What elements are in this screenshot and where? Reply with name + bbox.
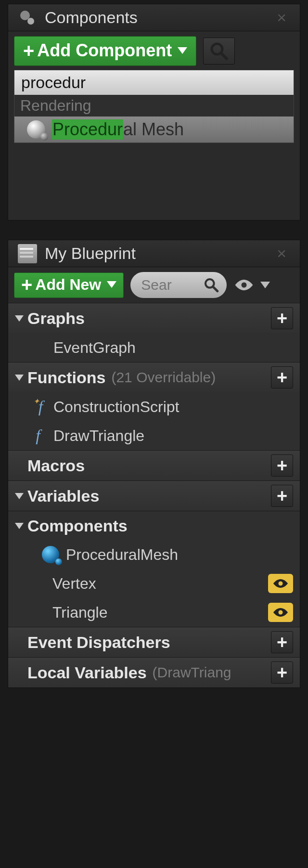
section-title: Local Variables xyxy=(27,663,147,682)
section-header-dispatchers[interactable]: Event Dispatchers + xyxy=(8,627,300,657)
section-title: Components xyxy=(27,517,128,535)
section-variables: Variables + xyxy=(8,480,300,511)
component-item-proceduralmesh[interactable]: ProceduralMesh xyxy=(8,540,300,569)
blueprint-search-input[interactable] xyxy=(141,277,199,293)
section-graphs: Graphs + EventGraph xyxy=(8,303,300,362)
expander-icon xyxy=(15,375,24,381)
item-label: ConstructionScript xyxy=(53,398,179,416)
svg-point-6 xyxy=(242,283,247,288)
section-header-variables[interactable]: Variables + xyxy=(8,481,300,511)
section-subtitle: (DrawTriang xyxy=(153,664,271,681)
blueprint-tab[interactable]: My Blueprint × xyxy=(8,240,300,267)
section-title: Graphs xyxy=(27,309,85,328)
variable-item-triangle[interactable]: Triangle xyxy=(8,598,300,627)
add-component-button[interactable]: + Add Component xyxy=(14,36,196,66)
mesh-icon xyxy=(27,120,45,139)
blueprint-search[interactable] xyxy=(130,272,227,298)
add-dispatcher-button[interactable]: + xyxy=(271,631,293,653)
section-header-macros[interactable]: Macros + xyxy=(8,451,300,480)
section-header-components[interactable]: Components xyxy=(8,511,300,540)
add-localvar-button[interactable]: + xyxy=(271,661,293,684)
svg-line-3 xyxy=(221,53,227,59)
section-macros: Macros + xyxy=(8,450,300,480)
close-icon[interactable]: × xyxy=(273,8,290,27)
plus-icon: + xyxy=(21,279,32,290)
svg-point-7 xyxy=(279,582,283,586)
section-title: Event Dispatchers xyxy=(27,633,170,652)
add-function-button[interactable]: + xyxy=(271,366,293,389)
item-label: EventGraph xyxy=(53,339,136,357)
section-title: Macros xyxy=(27,456,85,475)
components-tab[interactable]: Components × xyxy=(8,4,300,31)
components-icon xyxy=(18,8,37,27)
section-local-variables: Local Variables (DrawTriang + xyxy=(8,657,300,687)
add-component-label: Add Component xyxy=(37,40,172,61)
add-graph-button[interactable]: + xyxy=(271,307,293,329)
chevron-down-icon xyxy=(178,47,187,54)
search-icon xyxy=(204,277,219,293)
add-macro-button[interactable]: + xyxy=(271,454,293,477)
section-header-localvars[interactable]: Local Variables (DrawTriang + xyxy=(8,658,300,687)
search-result-label: Procedural Mesh xyxy=(52,119,184,140)
components-panel: Components × + Add Component Rendering P… xyxy=(8,4,300,220)
search-icon xyxy=(209,41,229,61)
svg-point-1 xyxy=(27,18,34,25)
components-toolbar: + Add Component xyxy=(8,31,300,71)
function-icon: f xyxy=(29,398,47,415)
item-label: Vertex xyxy=(52,575,96,593)
section-title: Variables xyxy=(27,487,99,505)
blueprint-icon xyxy=(18,244,37,263)
section-header-graphs[interactable]: Graphs + xyxy=(8,303,300,333)
chevron-down-icon xyxy=(260,282,270,288)
plus-icon: + xyxy=(23,45,34,56)
section-title: Functions xyxy=(27,368,105,387)
blueprint-toolbar: + Add New xyxy=(8,267,300,303)
variable-item-vertex[interactable]: Vertex xyxy=(8,569,300,598)
section-functions: Functions (21 Overridable) + f Construct… xyxy=(8,362,300,450)
view-options-button[interactable] xyxy=(233,278,270,292)
item-label: DrawTriangle xyxy=(53,427,144,445)
section-components: Components ProceduralMesh Vertex Triangl… xyxy=(8,511,300,627)
search-button[interactable] xyxy=(203,38,235,65)
section-event-dispatchers: Event Dispatchers + xyxy=(8,627,300,657)
mesh-component-icon xyxy=(42,546,59,563)
array-icon xyxy=(29,575,46,592)
section-subtitle: (21 Overridable) xyxy=(111,369,216,386)
category-header: Rendering xyxy=(14,95,294,117)
item-label: ProceduralMesh xyxy=(66,546,178,564)
array-icon xyxy=(29,604,46,621)
expander-icon xyxy=(15,315,24,322)
function-icon: f xyxy=(29,427,47,444)
add-variable-button[interactable]: + xyxy=(271,485,293,507)
blueprint-tab-title: My Blueprint xyxy=(45,244,136,263)
expander-icon xyxy=(15,493,24,499)
graph-item-eventgraph[interactable]: EventGraph xyxy=(8,333,300,362)
function-item-constructionscript[interactable]: f ConstructionScript xyxy=(8,392,300,421)
visibility-toggle[interactable] xyxy=(268,574,293,593)
my-blueprint-panel: My Blueprint × + Add New Graphs xyxy=(8,240,300,688)
svg-point-0 xyxy=(20,11,30,20)
search-result-procedural-mesh[interactable]: Procedural Mesh xyxy=(14,117,294,143)
function-item-drawtriangle[interactable]: f DrawTriangle xyxy=(8,421,300,450)
expander-icon xyxy=(15,523,24,529)
svg-point-8 xyxy=(279,610,283,615)
section-header-functions[interactable]: Functions (21 Overridable) + xyxy=(8,363,300,392)
component-search-input[interactable] xyxy=(14,70,294,95)
item-label: Triangle xyxy=(52,604,107,622)
chevron-down-icon xyxy=(107,281,116,288)
add-new-label: Add New xyxy=(35,276,101,294)
svg-line-5 xyxy=(213,287,218,291)
eye-icon xyxy=(233,278,255,292)
component-search-dropdown: Rendering Procedural Mesh xyxy=(14,70,294,143)
eventgraph-icon xyxy=(29,339,47,356)
close-icon[interactable]: × xyxy=(273,244,290,263)
visibility-toggle[interactable] xyxy=(268,603,293,622)
components-tab-title: Components xyxy=(45,8,138,27)
add-new-button[interactable]: + Add New xyxy=(14,272,124,298)
